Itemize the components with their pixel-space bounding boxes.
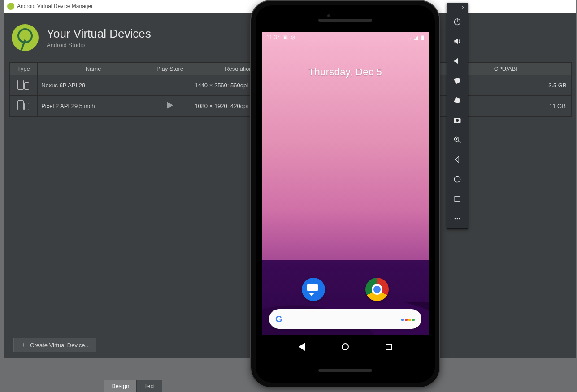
tab-design[interactable]: Design (104, 380, 137, 392)
device-size: 3.5 GB (544, 75, 571, 96)
svg-point-12 (455, 218, 456, 220)
app-dock (262, 278, 429, 301)
nav-home-button[interactable] (342, 343, 349, 350)
assistant-icon[interactable] (401, 316, 415, 323)
device-name: Nexus 6P API 29 (38, 75, 149, 96)
messages-app-icon[interactable] (302, 278, 325, 301)
android-nav-bar (262, 335, 429, 358)
svg-rect-2 (454, 78, 461, 84)
more-button[interactable] (447, 209, 468, 228)
home-button[interactable] (447, 169, 468, 189)
svg-rect-11 (455, 196, 460, 202)
emulator-toolbar: ― ✕ (447, 3, 468, 229)
svg-point-14 (459, 218, 460, 220)
tab-text[interactable]: Text (137, 380, 162, 392)
screenshot-button[interactable] (447, 110, 468, 130)
col-cpu[interactable]: CPU/ABI (467, 63, 544, 75)
zoom-button[interactable] (447, 130, 468, 150)
play-store-cell (149, 75, 191, 96)
create-virtual-device-button[interactable]: ＋ Create Virtual Device... (13, 338, 96, 352)
google-search-bar[interactable]: G (269, 309, 421, 329)
nav-back-button[interactable] (299, 343, 305, 351)
rotate-right-button[interactable] (447, 90, 468, 110)
overview-button[interactable] (447, 189, 468, 209)
power-button[interactable] (447, 12, 468, 31)
device-type-icon (17, 80, 30, 90)
android-home-screen[interactable]: 11:37 ▣ ⊘ ⌵ ◢ ▮ Thursday, Dec 5 G (262, 32, 429, 358)
android-studio-icon (7, 3, 14, 10)
device-type-icon (17, 100, 30, 110)
col-play-store[interactable]: Play Store (149, 63, 191, 75)
minimize-button[interactable]: ― (453, 5, 458, 10)
status-bar[interactable]: 11:37 ▣ ⊘ ⌵ ◢ ▮ (262, 32, 429, 42)
svg-point-10 (454, 176, 460, 182)
page-subtitle: Android Studio (47, 42, 151, 48)
svg-rect-3 (454, 97, 461, 104)
col-size[interactable] (544, 63, 571, 75)
svg-point-5 (456, 119, 459, 122)
volume-up-button[interactable] (447, 31, 468, 51)
back-button[interactable] (447, 150, 468, 169)
chrome-app-icon[interactable] (365, 278, 389, 301)
device-name: Pixel 2 API 29 5 inch (38, 96, 149, 116)
speaker-top (318, 19, 372, 22)
svg-line-7 (459, 141, 461, 143)
plus-icon: ＋ (20, 341, 26, 349)
volume-down-button[interactable] (447, 51, 468, 71)
nav-recent-button[interactable] (386, 344, 392, 350)
emulator-window[interactable]: 11:37 ▣ ⊘ ⌵ ◢ ▮ Thursday, Dec 5 G (251, 1, 439, 387)
col-name[interactable]: Name (38, 63, 149, 75)
android-studio-logo-icon (12, 24, 39, 51)
camera-icon (327, 14, 330, 17)
google-logo-icon: G (275, 314, 282, 324)
speaker-bottom (318, 369, 372, 372)
device-size: 11 GB (544, 96, 571, 116)
play-store-cell (149, 96, 191, 116)
signal-icon: ◢ (414, 34, 418, 40)
col-type[interactable]: Type (10, 63, 38, 75)
create-button-label: Create Virtual Device... (30, 342, 90, 349)
do-not-disturb-icon: ⊘ (291, 34, 295, 40)
svg-point-13 (457, 218, 458, 220)
play-store-icon (167, 102, 173, 109)
date-widget[interactable]: Thursday, Dec 5 (262, 66, 429, 78)
wifi-icon: ⌵ (408, 34, 411, 40)
rotate-left-button[interactable] (447, 71, 468, 90)
layout-editor-tabs: Design Text (104, 380, 162, 392)
status-time: 11:37 (266, 34, 280, 40)
battery-saver-icon: ▣ (282, 34, 288, 40)
close-button[interactable]: ✕ (461, 5, 465, 10)
page-title: Your Virtual Devices (47, 27, 151, 41)
window-title: Android Virtual Device Manager (17, 3, 93, 9)
battery-icon: ▮ (421, 34, 424, 40)
